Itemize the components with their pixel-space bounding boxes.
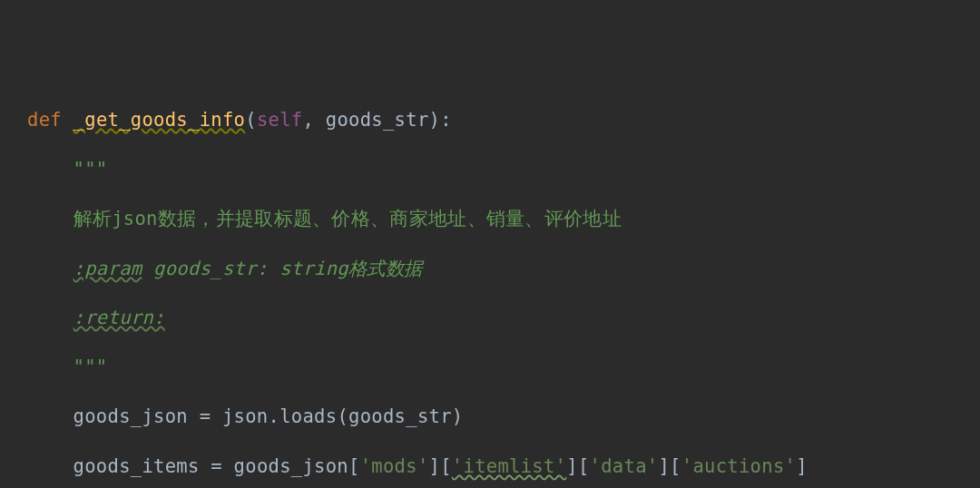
key-itemlist: 'itemlist' xyxy=(452,455,566,477)
docstring-open: """ xyxy=(74,159,108,181)
fn-loads: loads xyxy=(279,405,337,427)
bracket-close: ] xyxy=(429,455,441,477)
paren-open: ( xyxy=(245,109,257,131)
var-goods-items: goods_items xyxy=(74,455,211,477)
code-line-5[interactable]: :return: xyxy=(0,306,980,330)
docstring-text: 解析json数据，并提取标题、价格、商家地址、销量、评价地址 xyxy=(74,208,622,229)
paren-close-colon: ): xyxy=(429,109,452,131)
bracket-close: ] xyxy=(566,455,578,477)
equals: = xyxy=(200,405,222,427)
bracket-close: ] xyxy=(658,455,670,477)
code-line-1[interactable]: def _get_goods_info(self, goods_str): xyxy=(0,108,980,132)
key-mods: 'mods' xyxy=(360,455,429,477)
arg-goods-str: goods_str xyxy=(348,405,452,427)
var-goods-json: goods_json xyxy=(74,405,200,427)
docstring-param-text: goods_str: string格式数据 xyxy=(142,258,422,279)
docstring-close: """ xyxy=(74,356,108,378)
function-name: _get_goods_info xyxy=(74,109,246,131)
paren-close: ) xyxy=(452,405,464,427)
equals: = xyxy=(211,455,233,477)
code-line-7[interactable]: goods_json = json.loads(goods_str) xyxy=(0,405,980,429)
bracket-open: [ xyxy=(670,455,681,477)
docstring-return-tag: :return: xyxy=(74,307,165,328)
code-line-6[interactable]: """ xyxy=(0,356,980,380)
code-line-8[interactable]: goods_items = goods_json['mods']['itemli… xyxy=(0,454,980,479)
bracket-open: [ xyxy=(348,455,360,477)
key-data: 'data' xyxy=(590,455,659,477)
code-line-2[interactable]: """ xyxy=(0,158,980,182)
bracket-close: ] xyxy=(796,455,808,477)
code-line-3[interactable]: 解析json数据，并提取标题、价格、商家地址、销量、评价地址 xyxy=(0,207,980,231)
key-auctions: 'auctions' xyxy=(681,455,796,477)
bracket-open: [ xyxy=(578,455,590,477)
paren-open: ( xyxy=(337,405,348,427)
code-line-4[interactable]: :param goods_str: string格式数据 xyxy=(0,257,980,281)
src-goods-json: goods_json xyxy=(234,455,348,477)
comma: , xyxy=(302,109,325,131)
param-goods-str: goods_str xyxy=(326,109,429,131)
docstring-param-tag: :param xyxy=(74,258,142,279)
module-json: json. xyxy=(222,405,279,427)
keyword-def: def xyxy=(27,109,62,131)
param-self: self xyxy=(257,109,303,131)
bracket-open: [ xyxy=(440,455,452,477)
